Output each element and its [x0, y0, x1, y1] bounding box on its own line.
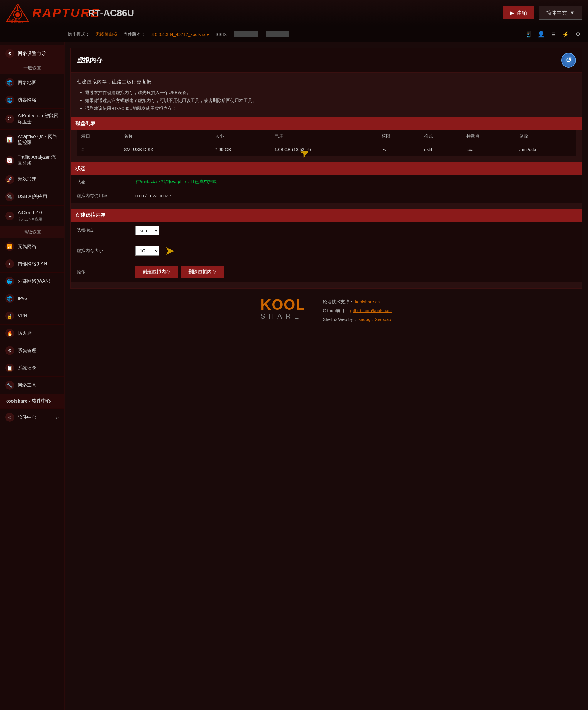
system-log-icon: 📋 [5, 363, 14, 372]
sidebar-item-lan[interactable]: 🖧 内部网络(LAN) [0, 255, 64, 273]
sidebar-item-usb-apps[interactable]: 🔌 USB 相关应用 [0, 188, 64, 206]
select-disk-label: 选择磁盘 [77, 228, 136, 233]
sidebar-item-aicloud[interactable]: ☁ AiCloud 2.0个人云 2.0 应用 [0, 206, 64, 227]
bullet-3: 强烈建议使用RT-AC86U的朋友使用虚拟内存！ [85, 106, 576, 111]
sidebar-firewall-label: 防火墙 [18, 330, 32, 336]
bullet-1: 通过本插件创建虚拟内存，请先只插入一个USB设备。 [85, 90, 576, 95]
disk-format-cell: ext4 [419, 143, 462, 156]
page-card-body: 创建虚拟内存，让路由运行更顺畅 通过本插件创建虚拟内存，请先只插入一个USB设备… [71, 73, 582, 288]
ssid-box-2 [266, 31, 289, 37]
forum-support: 论坛技术支持： koolshare.cn [323, 298, 392, 306]
bullet-list: 通过本插件创建虚拟内存，请先只插入一个USB设备。 如果你通过其它方式创建了虚拟… [85, 90, 576, 111]
main-content: 虚拟内存 ↺ 创建虚拟内存，让路由运行更顺畅 通过本插件创建虚拟内存，请先只插入… [65, 42, 588, 710]
mode-value[interactable]: 无线路由器 [95, 31, 118, 37]
sidebar-item-wireless[interactable]: 📶 无线网络 [0, 238, 64, 255]
expand-icon: » [56, 414, 59, 421]
disk-perm: rw [377, 143, 419, 156]
setup-wizard-icon: ⚙ [5, 49, 14, 58]
ipv6-icon: 🌐 [5, 294, 14, 303]
user-icon[interactable]: 👤 [537, 30, 545, 38]
sidebar-item-network-map[interactable]: 🌐 网络地图 [0, 74, 64, 91]
disk-path: /mnt/sda [515, 143, 576, 156]
sidebar-item-vpn[interactable]: 🔒 VPN [0, 307, 64, 325]
select-size-dropdown[interactable]: 1G [136, 246, 159, 256]
firewall-icon: 🔥 [5, 329, 14, 338]
forum-link[interactable]: koolshare.cn [355, 299, 380, 304]
sidebar-vpn-label: VPN [18, 313, 27, 319]
layout: ⚙ 网络设置向导 一般设置 🌐 网络地图 🌐 访客网络 🛡 AiProtecti… [0, 42, 588, 710]
mode-label: 操作模式： [68, 31, 90, 37]
settings-icon[interactable]: ⚙ [574, 30, 582, 38]
sidebar-item-network-tools[interactable]: 🔧 网络工具 [0, 377, 64, 394]
sidebar-item-system-admin[interactable]: ⚙ 系统管理 [0, 342, 64, 359]
sidebar-adaptive-qos-label: Adaptive QoS 网络监控家 [18, 134, 59, 146]
page-title: 虚拟内存 [77, 56, 102, 65]
svg-point-2 [15, 13, 20, 17]
koolshare-logo-bottom: SHARE [261, 312, 305, 320]
traffic-analyzer-icon: 📈 [5, 156, 14, 165]
col-size: 大小 [210, 130, 270, 143]
usb-icon[interactable]: 📱 [524, 30, 533, 38]
arrow-annotation-size: ➤ [165, 244, 175, 257]
ssid-box-1 [234, 31, 258, 37]
status-section-header: 状态 [71, 162, 582, 175]
sidebar-wireless-label: 无线网络 [18, 244, 36, 250]
sidebar-item-software-center[interactable]: ⊙ 软件中心 » [0, 408, 64, 426]
disk-port: 2 [77, 143, 119, 156]
sidebar-item-aiprotection[interactable]: 🛡 AiProtection 智能网络卫士 [0, 109, 64, 129]
swap-size-label: 虚拟内存大小 [77, 248, 136, 254]
disk-size: 7.99 GB [210, 143, 270, 156]
koolshare-logo-top: KOOL [261, 298, 305, 312]
ssid-label: SSID: [216, 32, 227, 37]
power-icon[interactable]: ⚡ [562, 30, 570, 38]
sidebar-item-firewall[interactable]: 🔥 防火墙 [0, 325, 64, 342]
sidebar-aiprotection-label: AiProtection 智能网络卫士 [18, 113, 59, 125]
create-row-action: 操作 创建虚拟内存 删除虚拟内存 [71, 262, 582, 282]
koolshare-bar: koolshare - 软件中心 [0, 394, 64, 408]
create-swap-button[interactable]: 创建虚拟内存 [136, 266, 178, 278]
logo-area: REPUBLIC OF GAMERS RAPTURE [6, 3, 71, 23]
disk-used: 1.08 GB (13.52 %) [270, 143, 377, 156]
create-row-disk: 选择磁盘 sda [71, 221, 582, 240]
action-label: 操作 [77, 269, 136, 275]
select-disk-dropdown[interactable]: sda [136, 226, 159, 235]
firmware-value[interactable]: 3.0.0.4.384_45717_koolshare [151, 32, 210, 37]
status-label: 状态 [77, 179, 136, 185]
sidebar: ⚙ 网络设置向导 一般设置 🌐 网络地图 🌐 访客网络 🛡 AiProtecti… [0, 42, 65, 710]
create-section-header: 创建虚拟内存 [71, 209, 582, 221]
status-value: 在/mnt/sda下找到swapfile，且已成功挂载！ [136, 179, 221, 185]
sidebar-item-ipv6[interactable]: 🌐 IPv6 [0, 290, 64, 307]
sidebar-item-adaptive-qos[interactable]: 📊 Adaptive QoS 网络监控家 [0, 129, 64, 150]
col-format: 格式 [419, 130, 462, 143]
sidebar-wan-label: 外部网络(WAN) [18, 278, 50, 284]
sidebar-setup-wizard-label: 网络设置向导 [18, 51, 46, 57]
chevron-down-icon: ▼ [569, 10, 575, 16]
disk-table-wrap: 端口 名称 大小 已用 权限 格式 挂载点 路径 [77, 130, 576, 156]
sidebar-item-game-boost[interactable]: 🚀 游戏加速 [0, 171, 64, 188]
game-boost-icon: 🚀 [5, 175, 14, 184]
bullet-2: 如果你通过其它方式创建了虚拟内存，可以不用使用该工具，或者删除后再使用本工具。 [85, 98, 576, 103]
language-button[interactable]: 简体中文 ▼ [539, 6, 582, 20]
sidebar-item-traffic-analyzer[interactable]: 📈 Traffic Analyzer 流量分析 [0, 150, 64, 171]
sidebar-system-log-label: 系统记录 [18, 365, 36, 371]
sidebar-item-wan[interactable]: 🌐 外部网络(WAN) [0, 273, 64, 290]
status-section: 状态 在/mnt/sda下找到swapfile，且已成功挂载！ 虚拟内存使用率 … [71, 175, 582, 203]
back-button[interactable]: ↺ [561, 53, 576, 68]
disk-format: ext4 [424, 147, 432, 152]
sidebar-item-system-log[interactable]: 📋 系统记录 [0, 359, 64, 377]
sidebar-system-admin-label: 系统管理 [18, 348, 36, 354]
delete-swap-button[interactable]: 删除虚拟内存 [181, 266, 223, 278]
col-perm: 权限 [377, 130, 419, 143]
svg-text:OF GAMERS: OF GAMERS [10, 21, 23, 23]
sidebar-item-guest-network[interactable]: 🌐 访客网络 [0, 91, 64, 109]
sidebar-game-boost-label: 游戏加速 [18, 176, 36, 183]
shell-authors: sadog，Xiaobao [359, 317, 391, 322]
sidebar-item-setup-wizard[interactable]: ⚙ 网络设置向导 [0, 45, 64, 62]
status-row-status: 状态 在/mnt/sda下找到swapfile，且已成功挂载！ [71, 175, 582, 189]
aicloud-icon: ☁ [5, 212, 14, 220]
github-link[interactable]: github.com/koolshare [350, 308, 392, 313]
sidebar-lan-label: 内部网络(LAN) [18, 261, 49, 267]
logout-button[interactable]: ▶ 注销 [503, 6, 534, 19]
network-icon[interactable]: 🖥 [549, 30, 558, 38]
sidebar-section-advanced: 高级设置 [0, 226, 64, 238]
